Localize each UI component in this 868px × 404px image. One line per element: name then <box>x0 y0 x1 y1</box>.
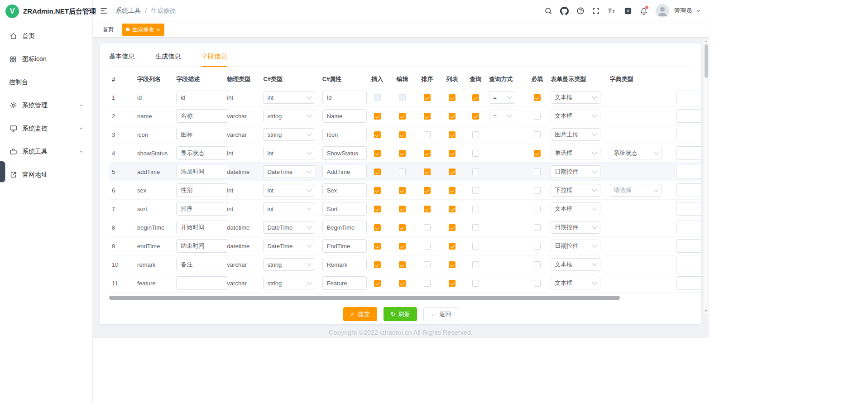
insert-checkbox[interactable] <box>374 261 381 268</box>
search-icon[interactable] <box>544 7 552 15</box>
edit-checkbox[interactable] <box>399 280 406 287</box>
sidebar-item-5[interactable]: 系统工具 <box>0 140 92 163</box>
csharp-type-select[interactable]: int <box>263 184 315 197</box>
query-op-select[interactable]: = <box>489 110 515 122</box>
description-input[interactable] <box>176 109 228 123</box>
display-type-select[interactable]: 文本框 <box>551 202 600 215</box>
edit-checkbox[interactable] <box>399 94 406 101</box>
required-checkbox[interactable] <box>534 243 541 250</box>
tag-active[interactable]: 生成修改 × <box>122 24 164 36</box>
list-checkbox[interactable] <box>449 243 456 250</box>
help-icon[interactable] <box>576 7 585 15</box>
csharp-type-select[interactable]: string <box>263 110 315 122</box>
list-checkbox[interactable] <box>449 187 456 194</box>
edit-checkbox[interactable] <box>399 261 406 268</box>
sidebar-item-1[interactable]: 图标icon <box>0 48 92 71</box>
font-size-icon[interactable]: TT <box>608 7 616 15</box>
display-type-select[interactable]: 图片上传 <box>551 128 600 141</box>
list-checkbox[interactable] <box>449 131 456 138</box>
csharp-type-select[interactable]: int <box>263 202 315 215</box>
query-checkbox[interactable] <box>472 168 479 175</box>
github-icon[interactable] <box>560 7 569 15</box>
required-checkbox[interactable] <box>534 94 541 101</box>
query-op-select[interactable]: = <box>489 91 515 104</box>
extra-input[interactable] <box>676 183 701 197</box>
required-checkbox[interactable] <box>534 168 541 175</box>
query-checkbox[interactable] <box>472 261 479 268</box>
scroll-down-arrow-icon[interactable]: ▼ <box>704 309 708 313</box>
edit-checkbox[interactable] <box>399 187 406 194</box>
description-input[interactable] <box>176 239 228 253</box>
extra-input[interactable] <box>676 276 701 290</box>
query-checkbox[interactable] <box>472 206 479 212</box>
avatar[interactable] <box>656 4 669 18</box>
insert-checkbox[interactable] <box>374 187 381 194</box>
description-input[interactable] <box>176 183 228 197</box>
required-checkbox[interactable] <box>534 261 541 268</box>
query-checkbox[interactable] <box>472 224 479 231</box>
list-checkbox[interactable] <box>449 168 456 175</box>
csharp-property-input[interactable] <box>322 128 367 141</box>
description-input[interactable] <box>176 258 228 271</box>
dict-type-select[interactable]: 请选择 <box>610 184 662 197</box>
csharp-type-select[interactable]: DateTime <box>263 240 315 252</box>
extra-input[interactable] <box>676 239 701 253</box>
list-checkbox[interactable] <box>449 206 456 212</box>
refresh-button[interactable]: ↻ 刷新 <box>384 307 417 321</box>
csharp-property-input[interactable] <box>322 183 367 197</box>
query-checkbox[interactable] <box>472 243 479 250</box>
insert-checkbox[interactable] <box>374 206 381 212</box>
csharp-type-select[interactable]: int <box>263 91 315 104</box>
extra-input[interactable] <box>676 109 701 123</box>
sort-checkbox[interactable] <box>424 131 431 138</box>
csharp-type-select[interactable]: DateTime <box>263 165 315 178</box>
submit-button[interactable]: ✓ 提交 <box>343 307 377 321</box>
sort-checkbox[interactable] <box>424 243 431 250</box>
insert-checkbox[interactable] <box>374 243 381 250</box>
insert-checkbox[interactable] <box>374 168 381 175</box>
list-checkbox[interactable] <box>449 224 456 231</box>
collapse-sidebar-icon[interactable] <box>99 6 108 15</box>
description-input[interactable] <box>176 221 228 234</box>
tab-1[interactable]: 生成信息 <box>155 53 181 67</box>
vertical-scrollbar-thumb[interactable] <box>705 44 708 78</box>
required-checkbox[interactable] <box>534 187 541 194</box>
description-input[interactable] <box>176 146 228 160</box>
display-type-select[interactable]: 日期控件 <box>551 240 600 252</box>
query-checkbox[interactable] <box>472 150 479 157</box>
csharp-type-select[interactable]: string <box>263 277 315 289</box>
display-type-select[interactable]: 文本框 <box>551 110 600 122</box>
csharp-property-input[interactable] <box>322 165 367 178</box>
display-type-select[interactable]: 日期控件 <box>551 221 600 234</box>
csharp-type-select[interactable]: string <box>263 258 315 271</box>
query-checkbox[interactable] <box>472 113 479 120</box>
edit-checkbox[interactable] <box>399 168 406 175</box>
description-input[interactable] <box>176 91 228 104</box>
sort-checkbox[interactable] <box>424 206 431 212</box>
csharp-property-input[interactable] <box>322 221 367 234</box>
sidebar-item-0[interactable]: 首页 <box>0 24 92 48</box>
display-type-select[interactable]: 文本框 <box>551 277 600 289</box>
sort-checkbox[interactable] <box>424 113 431 120</box>
required-checkbox[interactable] <box>534 206 541 212</box>
sort-checkbox[interactable] <box>424 261 431 268</box>
list-checkbox[interactable] <box>449 150 456 157</box>
sort-checkbox[interactable] <box>424 94 431 101</box>
horizontal-scrollbar-thumb[interactable] <box>109 296 620 300</box>
sort-checkbox[interactable] <box>424 168 431 175</box>
edit-checkbox[interactable] <box>399 150 406 157</box>
insert-checkbox[interactable] <box>374 94 381 101</box>
insert-checkbox[interactable] <box>374 131 381 138</box>
query-checkbox[interactable] <box>472 280 479 287</box>
scroll-up-arrow-icon[interactable]: ▲ <box>704 39 708 43</box>
breadcrumb-item[interactable]: 系统工具 <box>115 7 141 15</box>
csharp-property-input[interactable] <box>322 91 367 104</box>
extra-input[interactable] <box>676 146 701 160</box>
required-checkbox[interactable] <box>534 131 541 138</box>
sidebar-item-2[interactable]: 控制台 <box>0 71 92 94</box>
display-type-select[interactable]: 下拉框 <box>551 184 600 197</box>
insert-checkbox[interactable] <box>374 224 381 231</box>
insert-checkbox[interactable] <box>374 150 381 157</box>
sidebar-item-3[interactable]: 系统管理 <box>0 94 92 117</box>
insert-checkbox[interactable] <box>374 280 381 287</box>
